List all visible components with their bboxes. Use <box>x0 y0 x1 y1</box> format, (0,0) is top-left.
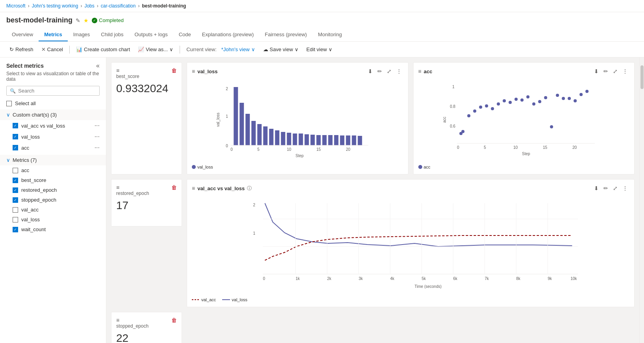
val-loss-more-icon[interactable]: ··· <box>95 133 100 140</box>
select-all-checkbox[interactable] <box>6 101 12 106</box>
expand-val-loss-button[interactable]: ⤢ <box>385 67 393 75</box>
breadcrumb-jobs[interactable]: Jobs <box>84 3 94 9</box>
tab-overview[interactable]: Overview <box>6 28 39 41</box>
svg-point-46 <box>509 101 512 104</box>
legend-acc: acc <box>418 165 431 169</box>
drag-handle-stopped-epoch[interactable]: ≡ <box>116 317 119 323</box>
restored-epoch-name: restored_epoch <box>116 191 177 196</box>
metrics-header[interactable]: ∨ Metrics (7) <box>0 155 106 165</box>
drag-handle-best-score[interactable]: ≡ <box>116 67 119 74</box>
acc-chart-svg: acc 1 0.8 0.6 <box>418 78 630 162</box>
breadcrumb-workspace[interactable]: John's testing working <box>32 3 78 9</box>
tab-fairness[interactable]: Fairness (preview) <box>259 28 312 41</box>
metrics-item-wait-count[interactable]: wait_count <box>0 224 106 234</box>
svg-rect-15 <box>299 133 303 145</box>
sidebar-collapse-button[interactable]: « <box>96 62 100 69</box>
svg-rect-4 <box>234 87 238 145</box>
metrics-best-score-checkbox[interactable] <box>13 178 18 183</box>
download-acc-button[interactable]: ⬇ <box>592 67 600 75</box>
svg-rect-14 <box>293 133 297 145</box>
edit-val-loss-button[interactable]: ✏ <box>376 67 384 75</box>
metrics-val-acc-checkbox[interactable] <box>13 207 18 213</box>
acc-checkbox[interactable] <box>13 145 18 150</box>
metrics-item-best-score[interactable]: best_score <box>0 175 106 185</box>
metrics-restored-epoch-checkbox[interactable] <box>13 187 18 193</box>
metrics-item-restored-epoch[interactable]: restored_epoch <box>0 185 106 195</box>
more-acc-button[interactable]: ⋮ <box>621 67 629 75</box>
legend-dashed-val-acc <box>192 299 200 300</box>
delete-restored-epoch-button[interactable]: 🗑 <box>171 184 177 191</box>
tab-images[interactable]: Images <box>68 28 96 41</box>
metrics-item-acc[interactable]: acc <box>0 165 106 175</box>
drag-handle-restored-epoch[interactable]: ≡ <box>116 184 119 191</box>
breadcrumb-microsoft[interactable]: Microsoft <box>6 3 26 9</box>
tab-child-jobs[interactable]: Child jobs <box>95 28 129 41</box>
refresh-button[interactable]: ↻ Refresh <box>6 45 37 54</box>
metrics-acc-checkbox[interactable] <box>13 168 18 173</box>
edit-view-button[interactable]: Edit view ∨ <box>303 45 336 54</box>
metrics-item-stopped-epoch[interactable]: stopped_epoch <box>0 195 106 205</box>
download-val-acc-vs-val-loss-button[interactable]: ⬇ <box>592 184 600 192</box>
delete-stopped-epoch-button[interactable]: 🗑 <box>171 317 177 323</box>
expand-val-acc-vs-val-loss-button[interactable]: ⤢ <box>611 184 619 192</box>
right-scrollbar[interactable] <box>639 57 644 343</box>
edit-title-icon[interactable]: ✎ <box>76 17 80 24</box>
svg-rect-9 <box>263 126 267 145</box>
cancel-icon: ✕ <box>41 46 46 52</box>
svg-rect-17 <box>310 135 315 145</box>
val-loss-checkbox[interactable] <box>13 134 18 139</box>
restored-epoch-value: 17 <box>116 199 177 212</box>
metrics-item-val-loss[interactable]: val_loss <box>0 215 106 224</box>
create-chart-button[interactable]: 📊 Create custom chart <box>73 45 133 54</box>
tab-code[interactable]: Code <box>173 28 197 41</box>
breadcrumb-current: best-model-training <box>142 3 186 9</box>
more-val-loss-button[interactable]: ⋮ <box>395 67 403 75</box>
metrics-wait-count-label: wait_count <box>21 226 100 232</box>
svg-text:1: 1 <box>253 231 256 235</box>
tab-monitoring[interactable]: Monitoring <box>312 28 347 41</box>
expand-acc-button[interactable]: ⤢ <box>611 67 619 75</box>
svg-point-45 <box>503 99 506 102</box>
drag-handle-acc[interactable]: ≡ <box>418 68 421 74</box>
delete-best-score-button[interactable]: 🗑 <box>171 67 177 74</box>
metrics-val-loss-checkbox[interactable] <box>13 217 18 222</box>
more-val-acc-vs-val-loss-button[interactable]: ⋮ <box>621 184 629 192</box>
view-as-button[interactable]: 📈 View as... ∨ <box>135 45 176 54</box>
search-input[interactable] <box>18 88 96 94</box>
acc-more-icon[interactable]: ··· <box>95 144 100 151</box>
charts-row-3: ≡ 🗑 stopped_epoch 22 <box>111 312 635 343</box>
svg-text:Step: Step <box>522 152 530 156</box>
tab-explanations[interactable]: Explanations (preview) <box>197 28 260 41</box>
metric-item-val-acc-vs-val-loss[interactable]: val_acc vs val_loss ··· <box>0 120 106 131</box>
metrics-item-val-acc[interactable]: val_acc <box>0 205 106 215</box>
scrollbar-thumb[interactable] <box>640 65 644 89</box>
edit-val-acc-vs-val-loss-button[interactable]: ✏ <box>602 184 610 192</box>
favorite-star-icon[interactable]: ★ <box>84 17 89 24</box>
save-view-button[interactable]: ☁ Save view ∨ <box>260 45 302 54</box>
val-acc-vs-val-loss-title: val_acc vs val_loss <box>197 185 245 191</box>
svg-text:2: 2 <box>253 203 256 207</box>
custom-charts-header[interactable]: ∨ Custom chart(s) (3) <box>0 109 106 120</box>
current-view-name: *John's view <box>221 46 250 52</box>
val-loss-chart-title: val_loss <box>197 69 217 74</box>
tab-metrics[interactable]: Metrics <box>39 28 68 41</box>
val-acc-vs-val-loss-more-icon[interactable]: ··· <box>95 122 100 129</box>
svg-text:0: 0 <box>457 145 459 150</box>
download-val-loss-button[interactable]: ⬇ <box>366 67 374 75</box>
select-all-label[interactable]: Select all <box>15 100 36 106</box>
metrics-stopped-epoch-checkbox[interactable] <box>13 197 18 203</box>
breadcrumb-car-classification[interactable]: car-classification <box>101 3 136 9</box>
metrics-wait-count-checkbox[interactable] <box>13 227 18 232</box>
val-acc-vs-val-loss-checkbox[interactable] <box>13 123 18 128</box>
svg-point-39 <box>467 114 470 117</box>
metric-item-val-loss[interactable]: val_loss ··· <box>0 131 106 142</box>
metric-item-acc[interactable]: acc ··· <box>0 142 106 153</box>
svg-text:10k: 10k <box>571 276 577 281</box>
drag-handle-val-acc-vs-val-loss[interactable]: ≡ <box>192 185 195 191</box>
drag-handle-val-loss[interactable]: ≡ <box>192 68 195 74</box>
current-view-name-button[interactable]: *John's view ∨ <box>218 45 258 54</box>
custom-charts-chevron-icon: ∨ <box>6 112 10 118</box>
cancel-button[interactable]: ✕ Cancel <box>38 45 66 54</box>
tab-outputs-logs[interactable]: Outputs + logs <box>129 28 173 41</box>
edit-acc-button[interactable]: ✏ <box>602 67 610 75</box>
